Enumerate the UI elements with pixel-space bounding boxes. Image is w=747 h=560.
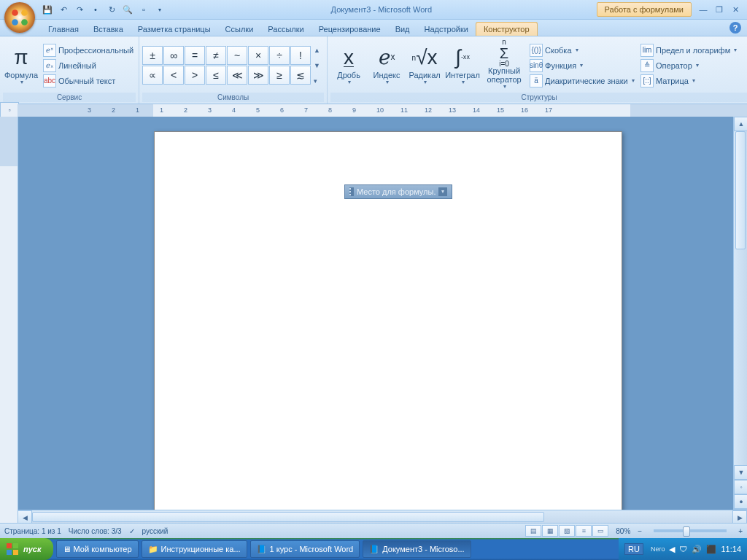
operator-button[interactable]: ≜Оператор▾ [638,58,747,73]
symbol-cell[interactable]: ∝ [142,66,163,85]
tab-insert[interactable]: Вставка [86,23,131,36]
limit-button[interactable]: limПредел и логарифм▾ [638,43,747,58]
outline-view-icon[interactable]: ≡ [576,525,592,537]
vertical-ruler[interactable] [0,117,18,524]
browse-object-icon[interactable]: ● [734,494,747,509]
large-operator-button[interactable]: nΣi=0Крупный оператор▾ [482,39,526,92]
office-button[interactable] [4,2,35,33]
symbol-cell[interactable]: ≲ [290,66,311,85]
tab-view[interactable]: Вид [388,23,417,36]
scroll-up-icon[interactable]: ▲ [734,117,747,131]
draft-view-icon[interactable]: ▭ [592,525,608,537]
document-area-wrap: Место для формулы. ▾ ▲ ▼ ◦ ● ◦ [0,117,747,524]
ruler-toggle[interactable]: ▫ [0,102,19,118]
tab-design[interactable]: Конструктор [476,22,538,36]
linear-icon: ℯₓ [43,59,56,72]
equation-placeholder[interactable]: Место для формулы. ▾ [344,184,452,199]
word-count[interactable]: Число слов: 3/3 [69,527,122,535]
taskbar-item-3[interactable]: 📘Документ3 - Microso... [363,540,471,558]
tab-review[interactable]: Рецензирование [311,23,388,36]
nero-tray-icon[interactable]: Nero [651,545,665,553]
zoom-knob[interactable] [683,526,690,537]
symbol-cell[interactable]: > [185,66,205,85]
zoom-level[interactable]: 80% [616,527,630,535]
restore-button[interactable]: ❐ [713,5,725,15]
symbol-cell[interactable]: ≥ [269,66,290,85]
normal-text-button[interactable]: abcОбычный текст [41,74,136,88]
symbol-cell[interactable]: ∞ [163,46,184,65]
tray-icon-2[interactable]: 🛡 [679,545,687,553]
group-symbols: ±∞=≠~×÷!∝<>≤≪≫≥≲ ▲▼▾ Символы [139,36,328,104]
zoom-slider[interactable] [654,529,727,532]
symbol-cell[interactable]: ≠ [206,46,226,65]
vertical-scrollbar[interactable]: ▲ ▼ ◦ ● ◦ [733,117,747,524]
zoom-in-button[interactable]: + [738,527,743,535]
svg-point-3 [21,19,28,26]
clock[interactable]: 11:14 [721,545,741,553]
function-button[interactable]: sinθФункция▾ [527,58,637,73]
close-button[interactable]: ✕ [729,5,741,15]
tray-icon-4[interactable]: ⬛ [706,545,716,554]
undo-icon[interactable]: ↶ [57,3,70,16]
symbol-cell[interactable]: ! [290,46,311,65]
document-viewport[interactable]: Место для формулы. ▾ [18,117,733,524]
refresh-icon[interactable]: ↻ [105,3,118,16]
symbol-cell[interactable]: = [185,46,205,65]
tray-icon-1[interactable]: ◀ [669,545,675,554]
integral-button[interactable]: ∫-xxИнтеграл▾ [444,39,481,92]
tray-icon-3[interactable]: 🔊 [692,545,702,554]
page[interactable]: Место для формулы. ▾ [154,131,622,524]
start-button[interactable]: пуск [0,538,53,560]
ruler-tick: 3 [88,106,91,114]
symbol-cell[interactable]: ± [142,46,163,65]
symbol-cell[interactable]: ~ [227,46,247,65]
help-icon[interactable]: ? [729,22,741,34]
symbol-cell[interactable]: × [248,46,268,65]
print-layout-view-icon[interactable]: ▤ [525,525,541,537]
full-screen-view-icon[interactable]: ▦ [542,525,558,537]
formula-button[interactable]: π Формула▾ [3,39,39,92]
tab-home[interactable]: Главная [41,23,86,36]
accent-button[interactable]: äДиакритические знаки▾ [527,74,637,88]
new-doc-icon[interactable]: ▫ [137,3,150,16]
symbol-scroll[interactable]: ▲▼▾ [314,47,324,85]
professional-button[interactable]: ℯˣПрофессиональный [41,43,136,58]
scroll-thumb-v[interactable] [735,131,746,249]
web-layout-view-icon[interactable]: ▧ [559,525,575,537]
horizontal-scrollbar[interactable]: ◀ ▶ [18,510,747,524]
redo-icon[interactable]: ↷ [73,3,86,16]
language-bar[interactable]: RU [624,543,643,555]
symbol-cell[interactable]: ≫ [248,66,268,85]
tab-mailings[interactable]: Рассылки [260,23,311,36]
taskbar-item-2[interactable]: 📘1 курс - Microsoft Word [250,540,360,558]
equation-handle-icon[interactable] [349,187,354,196]
symbol-cell[interactable]: < [163,66,184,85]
qat-more-icon[interactable]: ▾ [153,3,166,16]
symbol-cell[interactable]: ≪ [227,66,247,85]
tab-page-layout[interactable]: Разметка страницы [131,23,218,36]
script-button[interactable]: ℯxИндекс▾ [368,39,405,92]
limit-icon: lim [640,44,654,57]
linear-button[interactable]: ℯₓЛинейный [41,58,136,73]
taskbar-item-1[interactable]: 📁Инструкционные ка... [142,540,247,558]
scroll-thumb-h[interactable] [32,512,544,522]
language-indicator[interactable]: русский [142,527,169,535]
proofing-icon[interactable]: ✓ [129,527,135,535]
symbol-cell[interactable]: ≤ [206,66,226,85]
fraction-button[interactable]: xДробь▾ [330,39,367,92]
save-icon[interactable]: 💾 [41,3,54,16]
bracket-button[interactable]: {()}Скобка▾ [527,43,637,58]
scroll-down-icon[interactable]: ▼ [734,465,747,480]
taskbar-item-0[interactable]: 🖥Мой компьютер [56,540,139,558]
equation-dropdown-icon[interactable]: ▾ [438,187,447,196]
print-preview-icon[interactable]: 🔍 [121,3,134,16]
symbol-cell[interactable]: ÷ [269,46,290,65]
tab-references[interactable]: Ссылки [218,23,261,36]
prev-page-icon[interactable]: ◦ [734,480,747,494]
page-indicator[interactable]: Страница: 1 из 1 [4,527,61,535]
radical-button[interactable]: n√xРадикал▾ [406,39,443,92]
tab-addins[interactable]: Надстройки [417,23,476,36]
matrix-button[interactable]: [::]Матрица▾ [638,74,747,88]
minimize-button[interactable]: — [697,5,709,15]
zoom-out-button[interactable]: − [638,527,642,535]
